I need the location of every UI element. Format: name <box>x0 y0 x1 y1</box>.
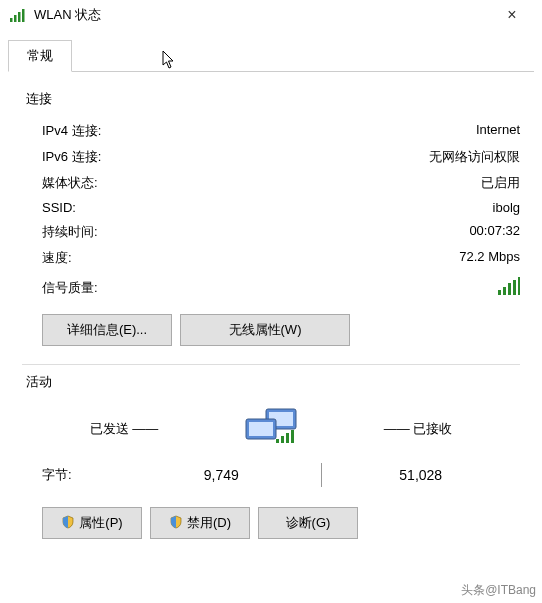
connection-buttons: 详细信息(E)... 无线属性(W) <box>22 304 520 350</box>
duration-value: 00:07:32 <box>469 223 520 241</box>
svg-rect-4 <box>498 290 501 295</box>
svg-rect-3 <box>22 9 25 22</box>
svg-rect-0 <box>10 18 13 22</box>
signal-label: 信号质量: <box>42 279 98 297</box>
diagnose-button[interactable]: 诊断(G) <box>258 507 358 539</box>
recv-bytes: 51,028 <box>322 467 521 483</box>
svg-rect-2 <box>18 12 21 22</box>
content-area: 连接 IPv4 连接 Internet IPv6 连接 无网络访问权限 媒体状态… <box>0 72 542 551</box>
row-media: 媒体状态 已启用 <box>22 170 520 196</box>
svg-rect-12 <box>249 422 273 436</box>
speed-value: 72.2 Mbps <box>459 249 520 267</box>
row-signal: 信号质量: <box>22 271 520 304</box>
media-label: 媒体状态 <box>42 174 98 192</box>
row-ipv4: IPv4 连接 Internet <box>22 118 520 144</box>
section-activity: 活动 <box>26 373 520 391</box>
duration-label: 持续时间 <box>42 223 98 241</box>
svg-rect-13 <box>276 439 279 443</box>
ipv4-label: IPv4 连接 <box>42 122 101 140</box>
svg-rect-6 <box>508 283 511 295</box>
ssid-label: SSID <box>42 200 76 215</box>
ipv6-value: 无网络访问权限 <box>429 148 520 166</box>
ssid-value: ibolg <box>493 200 520 215</box>
speed-label: 速度 <box>42 249 72 267</box>
wireless-properties-button[interactable]: 无线属性(W) <box>180 314 350 346</box>
svg-rect-16 <box>291 430 294 443</box>
ipv6-label: IPv6 连接 <box>42 148 101 166</box>
row-speed: 速度 72.2 Mbps <box>22 245 520 271</box>
sent-label: 已发送 —— <box>22 420 226 438</box>
bytes-row: 字节: 9,749 51,028 <box>22 457 520 493</box>
disable-button[interactable]: 禁用(D) <box>150 507 250 539</box>
svg-rect-1 <box>14 15 17 22</box>
watermark: 头条@ITBang <box>461 582 536 599</box>
window-title: WLAN 状态 <box>34 6 492 24</box>
shield-icon <box>169 515 183 532</box>
row-duration: 持续时间 00:07:32 <box>22 219 520 245</box>
section-connection: 连接 <box>26 90 520 108</box>
svg-rect-7 <box>513 280 516 295</box>
wlan-signal-icon <box>10 8 26 22</box>
properties-button[interactable]: 属性(P) <box>42 507 142 539</box>
row-ipv6: IPv6 连接 无网络访问权限 <box>22 144 520 170</box>
shield-icon <box>61 515 75 532</box>
divider <box>22 364 520 365</box>
row-ssid: SSID ibolg <box>22 196 520 219</box>
title-bar: WLAN 状态 × <box>0 0 542 30</box>
bottom-buttons: 属性(P) 禁用(D) 诊断(G) <box>22 493 520 543</box>
media-value: 已启用 <box>481 174 520 192</box>
svg-rect-5 <box>503 287 506 295</box>
ipv4-value: Internet <box>476 122 520 140</box>
network-computers-icon <box>226 407 316 451</box>
tab-strip: 常规 <box>0 40 542 72</box>
sent-bytes: 9,749 <box>122 467 321 483</box>
svg-rect-14 <box>281 436 284 443</box>
activity-header: 已发送 —— —— 已接收 <box>22 401 520 457</box>
svg-rect-15 <box>286 433 289 443</box>
svg-rect-8 <box>518 277 520 295</box>
recv-label: —— 已接收 <box>316 420 520 438</box>
signal-strength-icon <box>498 277 520 298</box>
tab-general[interactable]: 常规 <box>8 40 72 72</box>
close-button[interactable]: × <box>492 1 532 29</box>
bytes-label: 字节: <box>42 466 122 484</box>
details-button[interactable]: 详细信息(E)... <box>42 314 172 346</box>
